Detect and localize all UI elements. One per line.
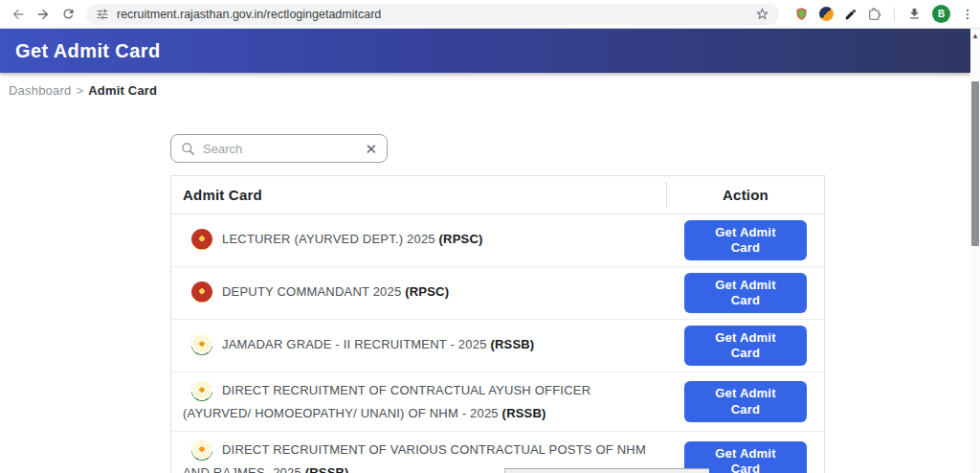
toolbar-separator	[894, 7, 895, 22]
site-settings-icon[interactable]	[96, 8, 109, 21]
rssb-logo-icon	[191, 439, 212, 461]
breadcrumb-separator: >	[76, 83, 83, 98]
vertical-scrollbar[interactable]: ▲	[970, 29, 980, 473]
page-banner: Get Admit Card	[0, 29, 970, 73]
table-row: LECTURER (AYURVED DEPT.) 2025 (RPSC) Get…	[171, 214, 824, 267]
scrollbar-thumb[interactable]	[971, 81, 979, 246]
scroll-up-arrow-icon[interactable]: ▲	[971, 33, 979, 40]
clear-search-icon[interactable]: ✕	[365, 142, 377, 156]
exam-title-cell: LECTURER (AYURVED DEPT.) 2025 (RPSC)	[171, 221, 667, 259]
exam-title-cell: DEPUTY COMMANDANT 2025 (RPSC)	[171, 274, 667, 312]
rssb-logo-icon	[191, 380, 212, 401]
rssb-logo-icon	[191, 334, 212, 355]
reload-button[interactable]	[56, 2, 80, 27]
browser-toolbar: recruitment.rajasthan.gov.in/rectloginge…	[0, 0, 980, 29]
exam-org-tag: (RPSC)	[439, 232, 483, 246]
bookmark-star-icon[interactable]	[755, 7, 769, 21]
forward-button[interactable]	[31, 2, 56, 27]
action-cell: Get Admit Card	[667, 326, 824, 367]
exam-org-tag: (RSSB)	[502, 406, 546, 420]
back-button[interactable]	[6, 2, 31, 27]
search-input[interactable]	[203, 142, 365, 156]
extensions-area: B	[794, 5, 974, 23]
admit-card-table-body: LECTURER (AYURVED DEPT.) 2025 (RPSC) Get…	[171, 214, 824, 473]
extension-orange-icon[interactable]	[819, 7, 834, 21]
breadcrumb-dashboard-link[interactable]: Dashboard	[9, 83, 71, 98]
bottom-partial-element	[504, 468, 709, 473]
get-admit-card-button[interactable]: Get Admit Card	[684, 381, 807, 422]
action-cell: Get Admit Card	[667, 220, 824, 261]
page-title: Get Admit Card	[0, 40, 161, 62]
rpsc-logo-icon	[191, 229, 212, 250]
get-admit-card-button[interactable]: Get Admit Card	[684, 220, 807, 261]
exam-title: LECTURER (AYURVED DEPT.) 2025	[222, 232, 439, 246]
url-text[interactable]: recruitment.rajasthan.gov.in/rectloginge…	[117, 8, 755, 21]
exam-title-cell: DIRECT RECRUITMENT OF VARIOUS CONTRACTUA…	[171, 432, 667, 473]
exam-org-tag: (RSSB)	[305, 465, 349, 473]
pen-extension-icon[interactable]	[844, 8, 858, 21]
reload-icon	[61, 7, 76, 21]
exam-org-tag: (RPSC)	[405, 284, 449, 299]
exam-org-tag: (RSSB)	[490, 337, 534, 351]
exam-title: DEPUTY COMMANDANT 2025	[222, 284, 405, 299]
admit-card-table: Admit Card Action LECTURER (AYURVED DEPT…	[170, 175, 825, 473]
address-bar[interactable]: recruitment.rajasthan.gov.in/rectloginge…	[86, 4, 779, 25]
table-row: DIRECT RECRUITMENT OF CONTRACTUAL AYUSH …	[171, 372, 824, 432]
action-cell: Get Admit Card	[667, 273, 824, 314]
table-header: Admit Card Action	[171, 176, 824, 214]
table-row: DIRECT RECRUITMENT OF VARIOUS CONTRACTUA…	[171, 432, 824, 473]
chrome-menu-icon[interactable]	[961, 8, 974, 21]
get-admit-card-button[interactable]: Get Admit Card	[684, 273, 807, 314]
column-header-action: Action	[667, 187, 824, 203]
column-header-admit-card: Admit Card	[171, 187, 666, 203]
exam-title-cell: DIRECT RECRUITMENT OF CONTRACTUAL AYUSH …	[171, 372, 667, 431]
forward-arrow-icon	[35, 7, 51, 22]
exam-title-cell: JAMADAR GRADE - II RECRUITMENT - 2025 (R…	[171, 327, 667, 365]
exam-title: JAMADAR GRADE - II RECRUITMENT - 2025	[222, 337, 490, 351]
profile-avatar[interactable]: B	[932, 5, 950, 23]
breadcrumb-current: Admit Card	[88, 83, 157, 98]
downloads-icon[interactable]	[907, 7, 922, 21]
back-arrow-icon	[11, 7, 26, 22]
get-admit-card-button[interactable]: Get Admit Card	[684, 326, 807, 367]
table-row: DEPUTY COMMANDANT 2025 (RPSC) Get Admit …	[171, 267, 824, 320]
search-box[interactable]: ✕	[170, 134, 388, 163]
extensions-puzzle-icon[interactable]	[868, 8, 881, 21]
table-row: JAMADAR GRADE - II RECRUITMENT - 2025 (R…	[171, 320, 824, 372]
adblock-shield-icon[interactable]	[794, 7, 809, 21]
breadcrumb: Dashboard>Admit Card	[9, 83, 157, 98]
search-icon	[181, 142, 195, 156]
rpsc-logo-icon	[191, 282, 212, 303]
action-cell: Get Admit Card	[667, 381, 824, 422]
